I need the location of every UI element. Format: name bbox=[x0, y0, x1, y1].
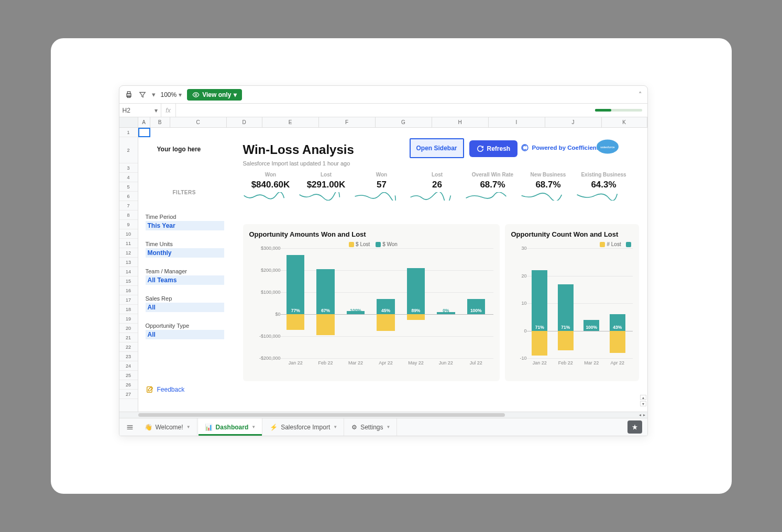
caret-down-icon[interactable]: ▼ bbox=[251, 425, 256, 429]
zoom-dropdown[interactable]: 100% ▾ bbox=[161, 91, 182, 98]
tab-welcome[interactable]: 👋 Welcome! ▼ bbox=[138, 418, 197, 436]
name-box[interactable]: H2 ▾ bbox=[119, 104, 161, 117]
col-header[interactable]: H bbox=[432, 117, 489, 127]
kpi-value: 68.7% bbox=[521, 180, 576, 190]
caret-down-icon: ▾ bbox=[155, 107, 158, 114]
tab-salesforce-import[interactable]: ⚡ Salesforce Import ▼ bbox=[263, 418, 344, 436]
row-header[interactable]: 10 bbox=[119, 229, 138, 239]
powered-by-link[interactable]: Powered by Coefficient bbox=[521, 143, 599, 152]
tab-label: Welcome! bbox=[156, 424, 183, 431]
explore-button[interactable] bbox=[627, 420, 642, 434]
caret-down-icon[interactable]: ▼ bbox=[387, 425, 391, 429]
legend-swatch-won bbox=[376, 242, 381, 247]
vscroll-buttons[interactable]: ▴ ▾ bbox=[640, 395, 646, 406]
filter-opportunity-type[interactable]: Opportunity Type All bbox=[146, 323, 224, 339]
refresh-label: Refresh bbox=[487, 145, 511, 152]
kpi-label: Lost bbox=[410, 172, 465, 178]
filter-label: Time Units bbox=[146, 241, 224, 247]
feedback-link[interactable]: Feedback bbox=[146, 385, 185, 394]
formula-input[interactable] bbox=[176, 104, 595, 117]
filter-time-period[interactable]: Time Period This Year bbox=[146, 214, 224, 230]
caret-down-icon[interactable]: ▾ bbox=[152, 91, 156, 98]
filter-team[interactable]: Team / Manager All Teams bbox=[146, 268, 224, 285]
row-header[interactable]: 4 bbox=[119, 173, 138, 182]
row-header[interactable]: 6 bbox=[119, 192, 138, 201]
row-header[interactable]: 13 bbox=[119, 258, 138, 267]
col-header[interactable]: I bbox=[489, 117, 545, 127]
col-header[interactable]: J bbox=[545, 117, 602, 127]
row-header[interactable]: 21 bbox=[119, 333, 138, 342]
filter-time-units[interactable]: Time Units Monthly bbox=[146, 241, 224, 258]
chart-title: Opportunity Count Won and Lost bbox=[511, 230, 633, 238]
legend-label: $ Won bbox=[382, 241, 398, 247]
kpi-row: Won $840.60K Lost $291.00K Won bbox=[243, 172, 632, 201]
column-headers: A B C D E F G H I J K bbox=[119, 117, 647, 128]
row-header[interactable]: 20 bbox=[119, 324, 138, 333]
col-header[interactable]: B bbox=[150, 117, 170, 127]
select-all-corner[interactable] bbox=[119, 117, 138, 127]
row-header[interactable]: 22 bbox=[119, 342, 138, 352]
filter-icon[interactable] bbox=[138, 91, 147, 99]
tab-settings[interactable]: ⚙ Settings ▼ bbox=[345, 418, 397, 436]
row-header[interactable]: 9 bbox=[119, 220, 138, 229]
view-only-button[interactable]: View only ▾ bbox=[187, 89, 242, 101]
row-header[interactable]: 23 bbox=[119, 352, 138, 361]
row-header[interactable]: 2 bbox=[119, 137, 138, 163]
kpi-won-count: Won 57 bbox=[354, 172, 410, 201]
row-header[interactable]: 27 bbox=[119, 390, 138, 399]
col-header[interactable]: K bbox=[602, 117, 647, 127]
scroll-left-icon[interactable]: ◂ bbox=[639, 413, 641, 417]
refresh-button[interactable]: Refresh bbox=[469, 140, 518, 157]
row-header[interactable]: 25 bbox=[119, 371, 138, 380]
sheet-canvas[interactable]: Your logo here Win-Loss Analysis Salesfo… bbox=[138, 128, 647, 412]
filter-value: All Teams bbox=[146, 275, 224, 285]
horizontal-scrollbar[interactable]: ◂ ▸ bbox=[119, 412, 647, 418]
row-header[interactable]: 24 bbox=[119, 361, 138, 371]
col-header[interactable]: C bbox=[170, 117, 227, 127]
kpi-value: $291.00K bbox=[299, 180, 354, 190]
caret-down-icon[interactable]: ▼ bbox=[333, 425, 337, 429]
row-header[interactable]: 11 bbox=[119, 239, 138, 248]
row-header[interactable]: 15 bbox=[119, 276, 138, 286]
row-header[interactable]: 16 bbox=[119, 286, 138, 295]
collapse-toolbar-icon[interactable]: ˄ bbox=[638, 91, 642, 98]
filter-value: All bbox=[146, 303, 224, 312]
row-header[interactable]: 3 bbox=[119, 163, 138, 173]
scrollbar-thumb[interactable] bbox=[138, 413, 505, 417]
svg-point-3 bbox=[195, 94, 197, 96]
kpi-label: Lost bbox=[299, 172, 354, 178]
row-header[interactable]: 12 bbox=[119, 248, 138, 258]
view-only-label: View only bbox=[202, 91, 231, 98]
powered-label: Powered by Coefficient bbox=[532, 145, 599, 151]
row-header[interactable]: 8 bbox=[119, 210, 138, 220]
kpi-label: Won bbox=[354, 172, 410, 178]
tab-dashboard[interactable]: 📊 Dashboard ▼ bbox=[199, 418, 263, 436]
sparkline-icon bbox=[465, 192, 507, 201]
scroll-up-icon[interactable]: ▴ bbox=[640, 395, 646, 400]
print-icon[interactable] bbox=[125, 91, 133, 99]
row-header[interactable]: 14 bbox=[119, 267, 138, 276]
row-header[interactable]: 17 bbox=[119, 295, 138, 305]
col-header[interactable]: A bbox=[138, 117, 150, 127]
row-header[interactable]: 5 bbox=[119, 182, 138, 192]
col-header[interactable]: D bbox=[227, 117, 262, 127]
row-header[interactable]: 26 bbox=[119, 380, 138, 390]
all-sheets-icon[interactable] bbox=[123, 418, 137, 436]
caret-down-icon[interactable]: ▼ bbox=[186, 425, 191, 429]
chart-title: Opportunity Amounts Won and Lost bbox=[249, 230, 493, 238]
row-header[interactable]: 7 bbox=[119, 201, 138, 210]
row-header[interactable]: 1 bbox=[119, 128, 138, 137]
open-sidebar-button[interactable]: Open Sidebar bbox=[410, 138, 464, 158]
scroll-down-icon[interactable]: ▾ bbox=[640, 401, 646, 406]
col-header[interactable]: G bbox=[376, 117, 432, 127]
kpi-lost-count: Lost 26 bbox=[410, 172, 465, 201]
kpi-lost-amount: Lost $291.00K bbox=[299, 172, 354, 201]
row-header[interactable]: 18 bbox=[119, 305, 138, 314]
filter-sales-rep[interactable]: Sales Rep All bbox=[146, 295, 224, 312]
sheet-tab-bar: 👋 Welcome! ▼ 📊 Dashboard ▼ ⚡ Salesforce … bbox=[119, 418, 647, 436]
scroll-right-icon[interactable]: ▸ bbox=[643, 413, 645, 417]
kpi-won-amount: Won $840.60K bbox=[243, 172, 299, 201]
row-header[interactable]: 19 bbox=[119, 314, 138, 324]
col-header[interactable]: E bbox=[262, 117, 319, 127]
col-header[interactable]: F bbox=[319, 117, 376, 127]
